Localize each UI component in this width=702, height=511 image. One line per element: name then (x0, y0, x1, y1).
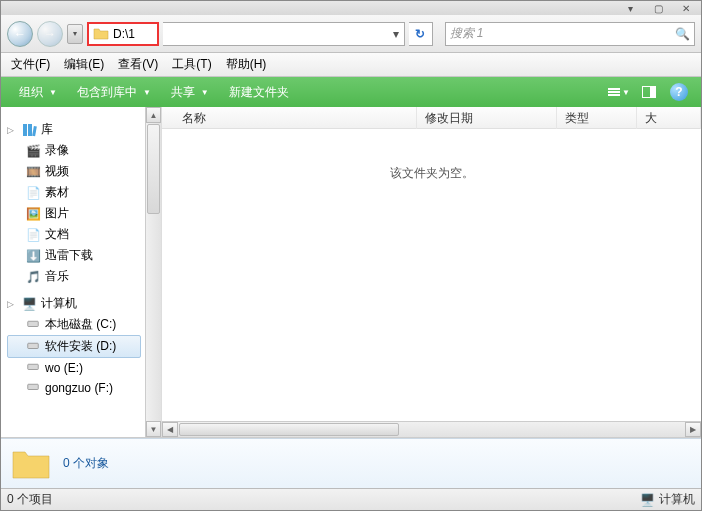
column-headers: 名称 修改日期 类型 大 (162, 107, 701, 129)
minimize-button[interactable]: ▾ (617, 2, 643, 14)
address-dropdown-icon[interactable]: ▾ (388, 27, 404, 41)
column-size[interactable]: 大 (637, 107, 701, 129)
scroll-track[interactable] (146, 215, 161, 421)
refresh-button[interactable]: ↻ (409, 22, 433, 46)
include-in-library-button[interactable]: 包含到库中▼ (67, 77, 161, 107)
details-text: 0 个对象 (63, 455, 109, 472)
menu-help[interactable]: 帮助(H) (220, 54, 273, 75)
refresh-icon: ↻ (415, 27, 425, 41)
help-button[interactable]: ? (665, 81, 693, 103)
drive-label: gongzuo (F:) (45, 381, 113, 395)
menu-bar: 文件(F) 编辑(E) 查看(V) 工具(T) 帮助(H) (1, 53, 701, 77)
library-item[interactable]: 🎬录像 (7, 140, 145, 161)
drive-icon (25, 339, 41, 355)
share-button[interactable]: 共享▼ (161, 77, 219, 107)
svg-rect-1 (28, 124, 32, 136)
help-icon: ? (670, 83, 688, 101)
computer-group: ▷ 🖥️ 计算机 本地磁盘 (C:) 软件安装 (D:) wo (E:) gon… (7, 293, 145, 398)
scroll-track[interactable] (400, 422, 685, 437)
library-label: 图片 (45, 205, 69, 222)
svg-rect-0 (23, 124, 27, 136)
navigation-pane: ▷ 库 🎬录像 🎞️视频 📄素材 🖼️图片 📄文档 ⬇️迅雷下载 🎵音乐 ▷ (1, 107, 161, 437)
library-item[interactable]: 🎵音乐 (7, 266, 145, 287)
drive-item[interactable]: wo (E:) (7, 358, 145, 378)
nav-scrollbar[interactable]: ▲ ▼ (145, 107, 161, 437)
details-pane: 0 个对象 (1, 438, 701, 488)
view-mode-button[interactable]: ▼ (605, 81, 633, 103)
expand-icon[interactable]: ▷ (7, 125, 17, 135)
drive-label: wo (E:) (45, 361, 83, 375)
scroll-thumb[interactable] (147, 124, 160, 214)
title-bar: ▾ ▢ ✕ (1, 1, 701, 15)
library-label: 录像 (45, 142, 69, 159)
drive-icon (25, 360, 41, 376)
computer-icon: 🖥️ (21, 296, 37, 312)
search-placeholder: 搜索 1 (450, 25, 484, 42)
music-icon: 🎵 (25, 269, 41, 285)
scroll-thumb[interactable] (179, 423, 399, 436)
preview-pane-button[interactable] (635, 81, 663, 103)
content-pane: 名称 修改日期 类型 大 该文件夹为空。 ◀ ▶ (161, 107, 701, 437)
library-item[interactable]: ⬇️迅雷下载 (7, 245, 145, 266)
svg-rect-2 (32, 125, 37, 135)
chevron-down-icon: ▼ (622, 88, 630, 97)
computer-icon: 🖥️ (639, 492, 655, 508)
folder-icon (11, 446, 51, 482)
drive-item[interactable]: gongzuo (F:) (7, 378, 145, 398)
arrow-right-icon: → (44, 27, 56, 41)
menu-tools[interactable]: 工具(T) (166, 54, 217, 75)
menu-view[interactable]: 查看(V) (112, 54, 164, 75)
library-item[interactable]: 🖼️图片 (7, 203, 145, 224)
library-label: 素材 (45, 184, 69, 201)
back-button[interactable]: ← (7, 21, 33, 47)
address-input[interactable] (113, 24, 157, 44)
forward-button[interactable]: → (37, 21, 63, 47)
status-bar: 0 个项目 🖥️ 计算机 (1, 488, 701, 510)
menu-file[interactable]: 文件(F) (5, 54, 56, 75)
arrow-left-icon: ← (14, 27, 26, 41)
organize-button[interactable]: 组织▼ (9, 77, 67, 107)
address-bar[interactable]: ▾ (163, 22, 405, 46)
history-dropdown[interactable]: ▾ (67, 24, 83, 44)
scroll-down-button[interactable]: ▼ (146, 421, 161, 437)
address-bar-highlight (87, 22, 159, 46)
drive-item-selected[interactable]: 软件安装 (D:) (7, 335, 141, 358)
maximize-button[interactable]: ▢ (645, 2, 671, 14)
document-icon: 📄 (25, 227, 41, 243)
pictures-icon: 🖼️ (25, 206, 41, 222)
computer-header[interactable]: ▷ 🖥️ 计算机 (7, 293, 145, 314)
svg-rect-4 (28, 343, 39, 348)
new-folder-button[interactable]: 新建文件夹 (219, 77, 299, 107)
libraries-icon (21, 122, 37, 138)
libraries-group: ▷ 库 🎬录像 🎞️视频 📄素材 🖼️图片 📄文档 ⬇️迅雷下载 🎵音乐 (7, 119, 145, 287)
libraries-header[interactable]: ▷ 库 (7, 119, 145, 140)
drive-item[interactable]: 本地磁盘 (C:) (7, 314, 145, 335)
scroll-right-button[interactable]: ▶ (685, 422, 701, 437)
search-icon: 🔍 (675, 27, 690, 41)
library-item[interactable]: 🎞️视频 (7, 161, 145, 182)
svg-rect-6 (28, 384, 39, 389)
scroll-left-button[interactable]: ◀ (162, 422, 178, 437)
folder-icon (93, 26, 109, 42)
explorer-window: ▾ ▢ ✕ ← → ▾ ▾ ↻ 搜索 1 🔍 文件(F) 编辑(E) 查看(V)… (0, 0, 702, 511)
library-label: 视频 (45, 163, 69, 180)
include-label: 包含到库中 (77, 84, 137, 101)
content-scrollbar-h[interactable]: ◀ ▶ (162, 421, 701, 437)
close-button[interactable]: ✕ (673, 2, 699, 14)
column-date[interactable]: 修改日期 (417, 107, 557, 129)
library-label: 文档 (45, 226, 69, 243)
nav-tree[interactable]: ▷ 库 🎬录像 🎞️视频 📄素材 🖼️图片 📄文档 ⬇️迅雷下载 🎵音乐 ▷ (1, 107, 145, 437)
chevron-down-icon: ▼ (143, 88, 151, 97)
library-item[interactable]: 📄文档 (7, 224, 145, 245)
search-box[interactable]: 搜索 1 🔍 (445, 22, 696, 46)
body-area: ▷ 库 🎬录像 🎞️视频 📄素材 🖼️图片 📄文档 ⬇️迅雷下载 🎵音乐 ▷ (1, 107, 701, 438)
status-item-count: 0 个项目 (7, 491, 53, 508)
library-label: 迅雷下载 (45, 247, 93, 264)
library-item[interactable]: 📄素材 (7, 182, 145, 203)
column-type[interactable]: 类型 (557, 107, 637, 129)
menu-edit[interactable]: 编辑(E) (58, 54, 110, 75)
expand-icon[interactable]: ▷ (7, 299, 17, 309)
column-name[interactable]: 名称 (162, 107, 417, 129)
drive-label: 软件安装 (D:) (45, 338, 116, 355)
scroll-up-button[interactable]: ▲ (146, 107, 161, 123)
